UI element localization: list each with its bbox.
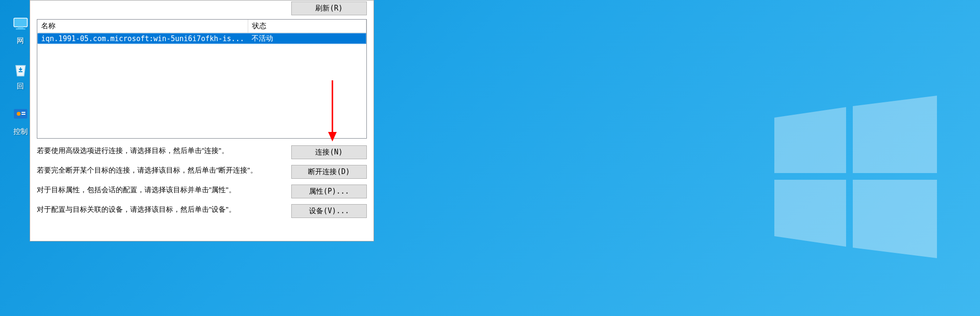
desktop-icon-network[interactable]: 网 [12,14,29,45]
control-panel-icon [11,105,30,124]
cell-status: 不活动 [248,33,366,44]
svg-rect-0 [14,18,27,27]
recycle-bin-icon [11,60,30,79]
svg-rect-2 [16,28,25,30]
disconnect-desc: 若要完全断开某个目标的连接，请选择该目标，然后单击"断开连接"。 [37,165,277,175]
desktop-icon-label: 回 [17,82,24,91]
disconnect-button[interactable]: 断开连接(D) [291,165,367,179]
desktop-icon-label: 控制 [13,127,28,136]
devices-button[interactable]: 设备(V)... [291,204,367,218]
iscsi-dialog: 刷新(R) 名称 状态 iqn.1991-05.com.microsoft:wi… [30,0,374,241]
svg-rect-1 [18,27,23,28]
windows-logo [774,96,937,258]
properties-row: 对于目标属性，包括会话的配置，请选择该目标并单击"属性"。 属性(P)... [37,185,367,198]
svg-rect-6 [22,114,25,115]
svg-marker-10 [853,180,937,258]
connect-button[interactable]: 连接(N) [291,145,367,159]
targets-table[interactable]: 名称 状态 iqn.1991-05.com.microsoft:win-5uni… [37,20,366,44]
properties-button[interactable]: 属性(P)... [291,185,367,198]
network-icon [11,14,30,33]
devices-desc: 对于配置与目标关联的设备，请选择该目标，然后单击"设备"。 [37,204,277,214]
action-rows: 若要使用高级选项进行连接，请选择目标，然后单击"连接"。 连接(N) 若要完全断… [37,145,367,218]
svg-marker-7 [774,107,846,173]
top-button-row: 刷新(R) [37,0,367,19]
svg-marker-8 [853,96,937,173]
table-row[interactable]: iqn.1991-05.com.microsoft:win-5uni6i7ofk… [37,33,366,44]
connect-desc: 若要使用高级选项进行连接，请选择目标，然后单击"连接"。 [37,145,277,155]
devices-row: 对于配置与目标关联的设备，请选择该目标，然后单击"设备"。 设备(V)... [37,204,367,218]
col-status-header[interactable]: 状态 [248,20,366,33]
refresh-button[interactable]: 刷新(R) [291,1,367,15]
connect-row: 若要使用高级选项进行连接，请选择目标，然后单击"连接"。 连接(N) [37,145,367,159]
col-name-header[interactable]: 名称 [37,20,248,33]
desktop-icon-label: 网 [17,36,24,45]
targets-table-wrap: 名称 状态 iqn.1991-05.com.microsoft:win-5uni… [37,19,367,139]
cell-name: iqn.1991-05.com.microsoft:win-5uni6i7ofk… [37,33,248,44]
desktop-icon-control-panel[interactable]: 控制 [12,105,29,136]
svg-point-4 [17,112,21,116]
desktop-icon-recycle-bin[interactable]: 回 [12,60,29,91]
svg-rect-5 [22,112,25,113]
svg-marker-9 [774,180,846,247]
properties-desc: 对于目标属性，包括会话的配置，请选择该目标并单击"属性"。 [37,185,277,195]
desktop-icons: 网 回 控制 [12,14,29,136]
disconnect-row: 若要完全断开某个目标的连接，请选择该目标，然后单击"断开连接"。 断开连接(D) [37,165,367,179]
